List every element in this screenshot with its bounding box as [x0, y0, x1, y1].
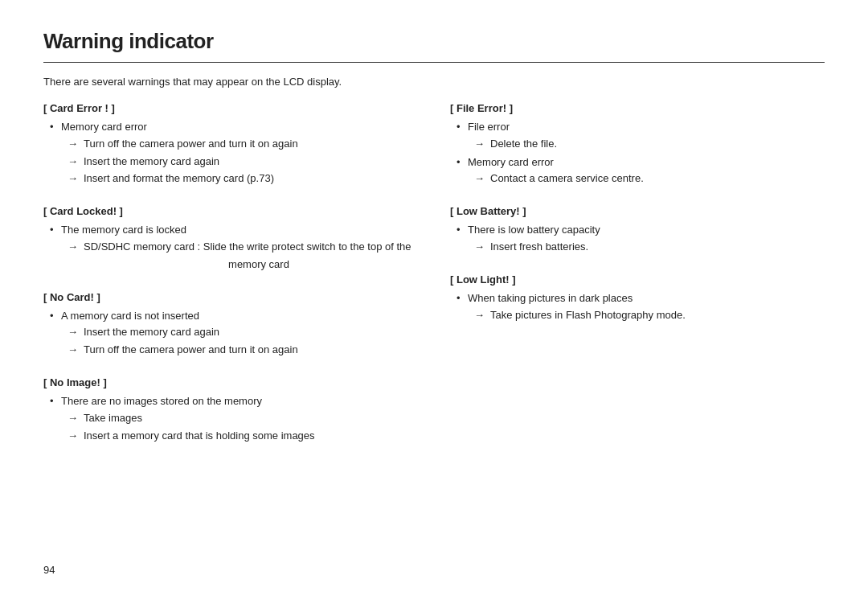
- list-item: Insert the memory card again: [68, 324, 418, 341]
- list-item: Insert the memory card again: [68, 154, 418, 171]
- card-locked-sub-list: SD/SDHC memory card : Slide the write pr…: [68, 239, 418, 273]
- no-image-list: There are no images stored on the memory…: [43, 393, 418, 444]
- intro-text: There are several warnings that may appe…: [43, 76, 825, 88]
- section-low-battery: [ Low Battery! ] There is low battery ca…: [450, 205, 825, 256]
- low-battery-title: [ Low Battery! ]: [450, 205, 825, 217]
- list-item: There is low battery capacity Insert fre…: [457, 222, 825, 256]
- no-card-list: A memory card is not inserted Insert the…: [43, 308, 418, 359]
- section-card-error: [ Card Error ! ] Memory card error Turn …: [43, 102, 418, 187]
- section-no-card: [ No Card! ] A memory card is not insert…: [43, 291, 418, 359]
- list-item: Take images: [68, 410, 418, 427]
- file-error-list: File error Delete the file. Memory card …: [450, 119, 825, 187]
- no-image-title: [ No Image! ]: [43, 376, 418, 388]
- card-locked-list: The memory card is locked SD/SDHC memory…: [43, 222, 418, 273]
- file-error-title: [ File Error! ]: [450, 102, 825, 114]
- list-item: Turn off the camera power and turn it on…: [68, 342, 418, 359]
- section-low-light: [ Low Light! ] When taking pictures in d…: [450, 273, 825, 324]
- section-no-image: [ No Image! ] There are no images stored…: [43, 376, 418, 444]
- low-light-list: When taking pictures in dark places Take…: [450, 290, 825, 324]
- list-item: Insert a memory card that is holding som…: [68, 428, 418, 445]
- list-item: When taking pictures in dark places Take…: [457, 290, 825, 324]
- no-image-sub-list: Take images Insert a memory card that is…: [68, 410, 418, 445]
- section-file-error: [ File Error! ] File error Delete the fi…: [450, 102, 825, 187]
- left-column: [ Card Error ! ] Memory card error Turn …: [43, 102, 418, 462]
- list-item: SD/SDHC memory card : Slide the write pr…: [68, 239, 418, 256]
- no-card-title: [ No Card! ]: [43, 291, 418, 303]
- card-locked-title: [ Card Locked! ]: [43, 205, 418, 217]
- list-item: There are no images stored on the memory…: [50, 393, 418, 444]
- page-number: 94: [43, 564, 55, 576]
- list-item: The memory card is locked SD/SDHC memory…: [50, 222, 418, 273]
- list-item: Insert and format the memory card (p.73): [68, 171, 418, 187]
- card-error-sub-list: Turn off the camera power and turn it on…: [68, 136, 418, 187]
- no-card-sub-list: Insert the memory card again Turn off th…: [68, 324, 418, 359]
- title-divider: [43, 62, 825, 63]
- list-item: Insert fresh batteries.: [474, 239, 825, 256]
- list-item: File error Delete the file.: [457, 119, 825, 153]
- list-item-indent: memory card: [100, 257, 418, 273]
- section-card-locked: [ Card Locked! ] The memory card is lock…: [43, 205, 418, 273]
- list-item: Take pictures in Flash Photography mode.: [474, 307, 825, 324]
- list-item: Delete the file.: [474, 136, 825, 153]
- list-item: Memory card error Contact a camera servi…: [457, 154, 825, 188]
- list-item: Turn off the camera power and turn it on…: [68, 136, 418, 153]
- low-light-title: [ Low Light! ]: [450, 273, 825, 286]
- card-error-list: Memory card error Turn off the camera po…: [43, 119, 418, 187]
- card-error-title: [ Card Error ! ]: [43, 102, 418, 114]
- main-content: [ Card Error ! ] Memory card error Turn …: [43, 102, 825, 462]
- list-item: Memory card error Turn off the camera po…: [50, 119, 418, 187]
- list-item: Contact a camera service centre.: [474, 171, 825, 187]
- page-title: Warning indicator: [43, 29, 825, 54]
- list-item: A memory card is not inserted Insert the…: [50, 308, 418, 359]
- low-battery-list: There is low battery capacity Insert fre…: [450, 222, 825, 256]
- right-column: [ File Error! ] File error Delete the fi…: [450, 102, 825, 462]
